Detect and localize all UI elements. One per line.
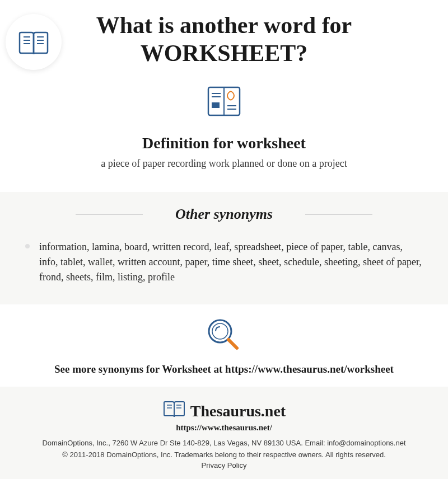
magnifier-icon	[204, 316, 244, 355]
footer-copyright: © 2011-2018 DomainOptions, Inc. Trademar…	[17, 450, 431, 459]
see-more-section: See more synonyms for Worksheet at https…	[0, 304, 448, 387]
svg-point-14	[212, 323, 228, 339]
see-more-text: See more synonyms for Worksheet at https…	[17, 363, 431, 375]
dictionary-icon-wrap	[17, 79, 431, 126]
page-title: What is another word for WORKSHEET?	[17, 11, 431, 68]
title-prefix: What is another word for	[96, 12, 352, 38]
header-section: What is another word for WORKSHEET? Defi…	[0, 0, 448, 192]
open-book-icon	[17, 28, 50, 56]
svg-line-15	[228, 340, 237, 348]
synonyms-list: information, lamina, board, written reco…	[39, 240, 423, 285]
synonyms-section: Other synonyms information, lamina, boar…	[0, 192, 448, 304]
footer-url: https://www.thesaurus.net/	[17, 423, 431, 433]
footer-logo-wrap: Thesaurus.net	[17, 398, 431, 420]
logo-circle	[6, 14, 62, 70]
definition-heading: Definition for worksheet	[17, 134, 431, 152]
definition-text: a piece of paper recording work planned …	[17, 158, 431, 175]
title-word: WORKSHEET?	[141, 40, 308, 66]
footer-brand: Thesaurus.net	[190, 402, 286, 420]
footer-domain-text: DomainOptions, Inc., 7260 W Azure Dr Ste…	[17, 438, 431, 448]
synonyms-heading: Other synonyms	[25, 206, 423, 223]
magnifier-wrap	[17, 316, 431, 355]
dictionary-icon	[202, 79, 246, 124]
footer-book-icon	[162, 399, 186, 419]
footer-section: Thesaurus.net https://www.thesaurus.net/…	[0, 387, 448, 479]
svg-rect-8	[212, 102, 220, 108]
bullet-icon	[25, 244, 30, 248]
footer-privacy-link[interactable]: Privacy Policy	[17, 461, 431, 469]
